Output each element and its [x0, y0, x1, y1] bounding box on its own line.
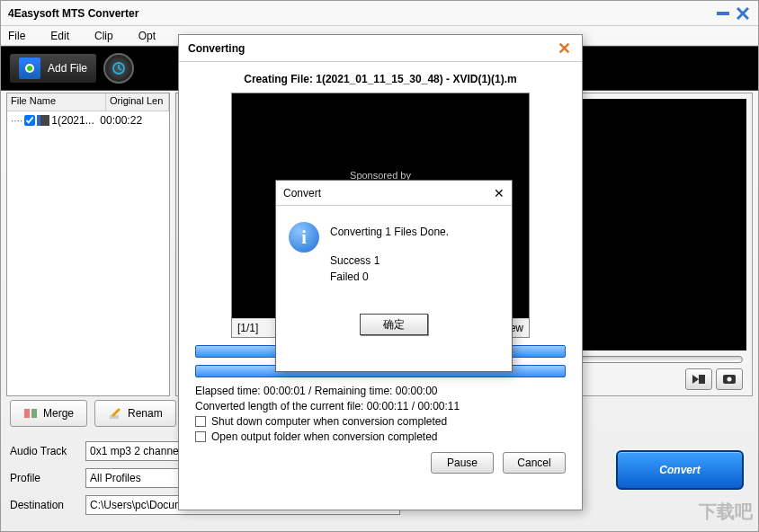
shrink-button[interactable] — [685, 368, 712, 390]
msgbox-title-bar: Convert ✕ — [276, 181, 512, 206]
msgbox-ok-button[interactable]: 确定 — [360, 314, 428, 335]
open-folder-label: Open output folder when conversion compl… — [211, 430, 438, 443]
svg-point-15 — [728, 377, 732, 382]
svg-line-5 — [119, 68, 121, 70]
close-button[interactable] — [735, 5, 751, 22]
film-icon — [37, 115, 49, 126]
msgbox-line2: Success 1 — [330, 254, 449, 267]
title-bar: 4Easysoft MTS Converter — [1, 1, 758, 26]
msgbox-close-button[interactable]: ✕ — [494, 186, 505, 200]
svg-rect-13 — [699, 375, 705, 384]
row-dots: ···· — [11, 114, 22, 127]
convert-label: Convert — [659, 464, 700, 476]
row-length: 00:00:22 — [100, 114, 142, 127]
cancel-button[interactable]: Cancel — [503, 452, 566, 474]
converting-close-button[interactable]: ✕ — [555, 40, 573, 58]
destination-label: Destination — [10, 499, 80, 511]
merge-icon — [23, 406, 38, 421]
creating-file-label: Creating File: 1(2021_01_11_15_30_48) - … — [195, 73, 566, 85]
converted-length: Converted length of the current file: 00… — [195, 400, 566, 412]
merge-label: Merge — [43, 407, 74, 420]
shutdown-checkbox[interactable] — [195, 416, 206, 427]
converting-title-bar: Converting ✕ — [179, 35, 582, 62]
minimize-button[interactable] — [715, 5, 731, 22]
file-row[interactable]: ···· 1(2021... 00:00:22 — [7, 111, 169, 129]
file-list-header: File Name Original Len — [7, 93, 169, 111]
converting-title: Converting — [188, 42, 245, 55]
col-length[interactable]: Original Len — [106, 93, 169, 111]
rename-icon — [108, 406, 122, 421]
menu-edit[interactable]: Edit — [50, 30, 69, 42]
svg-rect-0 — [717, 12, 729, 15]
profile-label: Profile — [10, 472, 80, 484]
convert-msgbox: Convert ✕ i Converting 1 Files Done. Suc… — [275, 180, 513, 372]
convert-button[interactable]: Convert — [616, 450, 744, 490]
rename-label: Renam — [128, 407, 163, 420]
menu-clip[interactable]: Clip — [94, 30, 113, 42]
add-file-label: Add File — [48, 62, 87, 75]
open-folder-checkbox[interactable] — [195, 431, 206, 442]
msgbox-line1: Converting 1 Files Done. — [330, 226, 449, 238]
rename-button[interactable]: Renam — [94, 400, 176, 427]
action-buttons: Merge Renam — [10, 400, 176, 427]
shutdown-label: Shut down computer when conversion compl… — [211, 415, 447, 428]
pause-button[interactable]: Pause — [431, 452, 494, 474]
menu-opt[interactable]: Opt — [138, 30, 156, 42]
menu-file[interactable]: File — [8, 30, 25, 42]
elapsed-time: Elapsed time: 00:00:01 / Remaining time:… — [195, 385, 566, 397]
col-filename[interactable]: File Name — [7, 93, 106, 111]
svg-marker-12 — [692, 375, 699, 384]
svg-rect-17 — [31, 409, 37, 418]
toolbar-clock-button[interactable] — [103, 53, 134, 84]
audio-track-label: Audio Track — [10, 445, 80, 457]
merge-button[interactable]: Merge — [10, 400, 87, 427]
counter-label: [1/1] — [237, 322, 258, 334]
site-watermark: 下载吧 — [699, 500, 753, 524]
svg-rect-16 — [24, 409, 30, 418]
msgbox-title: Convert — [283, 187, 321, 200]
app-title: 4Easysoft MTS Converter — [8, 7, 711, 20]
add-file-button[interactable]: Add File — [10, 54, 96, 83]
msgbox-line3: Failed 0 — [330, 270, 449, 283]
file-list-pane: File Name Original Len ···· 1(2021... 00… — [6, 93, 170, 396]
row-checkbox[interactable] — [24, 115, 35, 126]
row-name: 1(2021... — [51, 114, 98, 127]
snapshot-button[interactable] — [716, 368, 743, 390]
add-file-icon — [19, 58, 40, 79]
info-icon: i — [289, 222, 319, 253]
